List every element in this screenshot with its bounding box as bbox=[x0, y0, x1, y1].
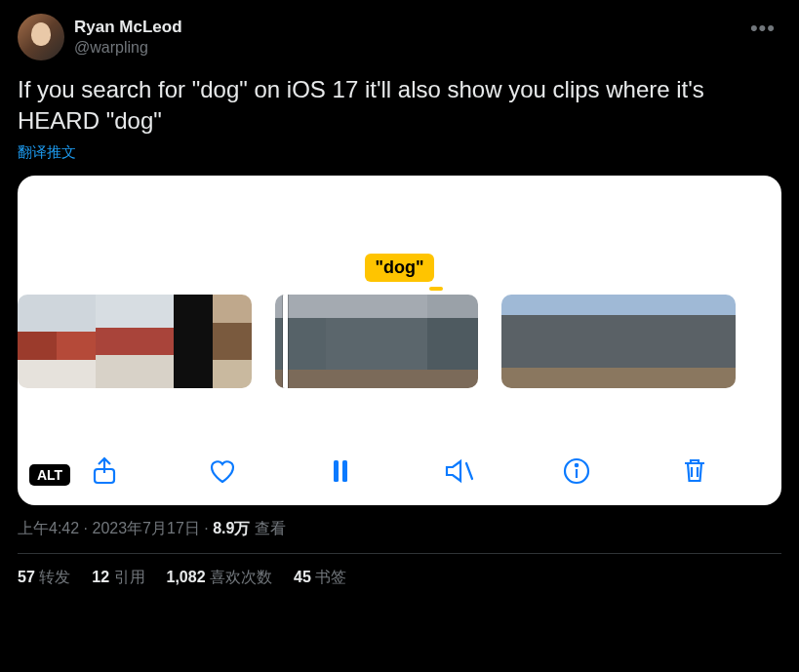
share-icon[interactable] bbox=[88, 455, 121, 488]
tweet-container: Ryan McLeod @warpling ••• If you search … bbox=[0, 0, 799, 598]
timeline-frame bbox=[697, 295, 736, 388]
retweets-stat[interactable]: 57 转发 bbox=[18, 568, 70, 588]
tweet-text: If you search for "dog" on iOS 17 it'll … bbox=[18, 74, 781, 138]
user-handle[interactable]: @warpling bbox=[74, 38, 182, 58]
tweet-stats: 57 转发 12 引用 1,082 喜欢次数 45 书签 bbox=[18, 554, 781, 598]
pause-icon[interactable] bbox=[324, 455, 357, 488]
likes-stat[interactable]: 1,082 喜欢次数 bbox=[167, 568, 273, 588]
quotes-stat[interactable]: 12 引用 bbox=[92, 568, 144, 588]
alt-badge-wrap[interactable]: ALT bbox=[29, 464, 70, 486]
timeline-frame bbox=[96, 295, 135, 388]
tweet-date[interactable]: 2023年7月17日 bbox=[92, 520, 199, 536]
svg-point-4 bbox=[576, 464, 578, 466]
timeline-frame bbox=[174, 295, 213, 388]
avatar[interactable] bbox=[18, 14, 64, 60]
bookmarks-stat[interactable]: 45 书签 bbox=[294, 568, 346, 588]
timeline-frame bbox=[579, 295, 619, 388]
timeline-frame bbox=[427, 295, 478, 388]
tweet-time[interactable]: 上午4:42 bbox=[18, 520, 79, 536]
svg-rect-2 bbox=[342, 460, 347, 482]
timeline-frame bbox=[326, 295, 377, 388]
tag-marker bbox=[429, 287, 443, 291]
timeline-frame bbox=[619, 295, 658, 388]
alt-badge[interactable]: ALT bbox=[29, 464, 70, 486]
clip-group-3[interactable] bbox=[501, 295, 736, 388]
bookmarks-count: 45 bbox=[294, 569, 311, 585]
video-timeline[interactable] bbox=[18, 295, 781, 388]
playhead[interactable] bbox=[283, 295, 288, 388]
svg-rect-1 bbox=[334, 460, 339, 482]
timeline-frame bbox=[135, 295, 174, 388]
heart-icon[interactable] bbox=[206, 455, 239, 488]
quotes-count: 12 bbox=[92, 569, 109, 585]
views-label: 查看 bbox=[255, 520, 286, 536]
media-toolbar bbox=[18, 455, 781, 488]
user-block[interactable]: Ryan McLeod @warpling bbox=[18, 14, 182, 60]
views-count[interactable]: 8.9万 bbox=[213, 520, 250, 536]
retweets-label: 转发 bbox=[39, 569, 70, 585]
timeline-frame bbox=[658, 295, 697, 388]
display-name[interactable]: Ryan McLeod bbox=[74, 17, 182, 37]
user-names: Ryan McLeod @warpling bbox=[74, 17, 182, 57]
timeline-frame bbox=[57, 295, 96, 388]
timeline-frame bbox=[540, 295, 579, 388]
retweets-count: 57 bbox=[18, 569, 35, 585]
timeline-frame bbox=[501, 295, 540, 388]
mute-icon[interactable] bbox=[442, 455, 475, 488]
tweet-meta: 上午4:42 · 2023年7月17日 · 8.9万 查看 bbox=[18, 519, 781, 539]
search-tag: "dog" bbox=[365, 254, 433, 282]
quotes-label: 引用 bbox=[114, 569, 145, 585]
clip-group-2[interactable] bbox=[275, 295, 478, 388]
likes-label: 喜欢次数 bbox=[210, 569, 272, 585]
clip-group-1[interactable] bbox=[18, 295, 252, 388]
media-card[interactable]: "dog" bbox=[18, 176, 781, 505]
likes-count: 1,082 bbox=[167, 569, 206, 585]
timeline-frame bbox=[213, 295, 252, 388]
info-icon[interactable] bbox=[560, 455, 593, 488]
translate-link[interactable]: 翻译推文 bbox=[18, 143, 781, 162]
timeline-frame bbox=[18, 295, 57, 388]
more-icon[interactable]: ••• bbox=[744, 14, 781, 43]
tweet-header: Ryan McLeod @warpling ••• bbox=[18, 14, 781, 60]
bookmarks-label: 书签 bbox=[315, 569, 346, 585]
trash-icon[interactable] bbox=[678, 455, 711, 488]
timeline-frame bbox=[377, 295, 427, 388]
search-tag-row: "dog" bbox=[18, 254, 781, 282]
